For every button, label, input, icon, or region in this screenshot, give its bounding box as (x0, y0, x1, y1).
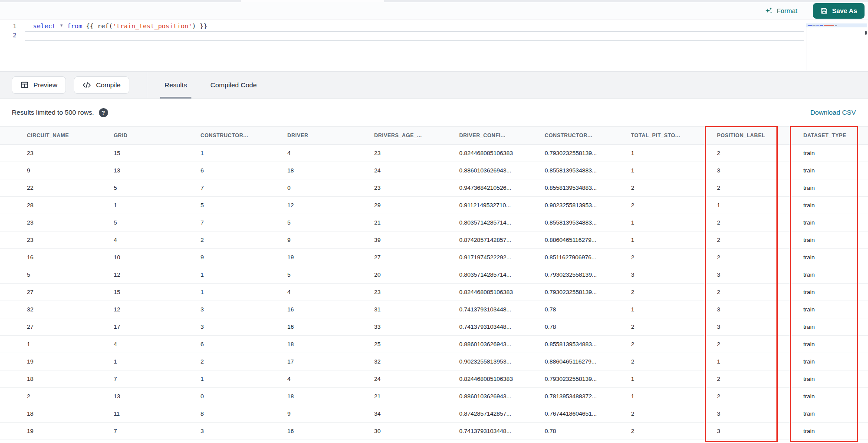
table-cell: 0.7930232558139... (545, 289, 631, 295)
table-cell: train (803, 237, 868, 243)
table-cell: 20 (374, 271, 459, 278)
table-cell: 12 (287, 202, 374, 208)
table-cell: 2 (631, 254, 717, 261)
table-cell: 0.8860465116279... (545, 237, 631, 243)
table-cell: 0.78 (545, 324, 631, 330)
sql-code-editor[interactable]: 12 select * from {{ ref('train_test_posi… (0, 20, 868, 72)
format-button[interactable]: Format (762, 6, 800, 15)
table-cell: 30 (374, 428, 459, 434)
table-row: 23429390.8742857142857...0.8860465116279… (0, 231, 868, 249)
table-cell: 17 (287, 358, 374, 365)
table-cell: 2 (201, 237, 287, 243)
table-cell: 32 (374, 358, 459, 365)
table-cell: 19 (27, 428, 114, 434)
help-icon[interactable]: ? (99, 108, 108, 117)
table-cell: 0.7413793103448... (459, 324, 545, 330)
code-token (63, 23, 67, 30)
column-header-total_pit_sto: TOTAL_PIT_STO... (631, 132, 717, 139)
table-cell: 21 (374, 393, 459, 400)
table-cell: 4 (287, 150, 374, 156)
table-cell: 12 (114, 306, 201, 313)
table-cell: 2 (717, 150, 803, 156)
table-cell: 1 (631, 393, 717, 400)
table-cell: train (803, 428, 868, 434)
format-label: Format (777, 7, 798, 14)
table-cell: 0.824468085106383 (459, 376, 545, 382)
table-cell: 0.8860465116279... (545, 358, 631, 365)
table-cell: 8 (201, 410, 287, 417)
code-token: * (59, 23, 63, 30)
table-cell: 5 (114, 219, 201, 226)
active-file-tab[interactable] (241, 0, 384, 2)
table-cell: 33 (374, 324, 459, 330)
table-cell: 31 (374, 306, 459, 313)
table-cell: 11 (114, 410, 201, 417)
table-cell: 5 (27, 271, 114, 278)
table-row: 2717316330.7413793103448...0.7823train (0, 318, 868, 336)
compile-button[interactable]: Compile (74, 76, 129, 94)
table-cell: 15 (114, 289, 201, 295)
preview-button[interactable]: Preview (12, 76, 66, 94)
minimap-highlighted-line (806, 23, 867, 27)
table-cell: train (803, 393, 868, 400)
table-cell: 23 (27, 219, 114, 226)
results-info-bar: Results limited to 500 rows. ? Download … (0, 99, 868, 126)
tab-results[interactable]: Results (160, 72, 191, 99)
table-cell: 12 (114, 271, 201, 278)
table-cell: 1 (631, 376, 717, 382)
table-cell: 0.824468085106383 (459, 289, 545, 295)
table-cell: 0.9473684210526... (459, 185, 545, 191)
table-cell: 5 (201, 202, 287, 208)
table-cell: 13 (114, 393, 201, 400)
table-cell: 0 (287, 185, 374, 191)
table-cell: 32 (27, 306, 114, 313)
code-token (56, 23, 59, 30)
table-cell: 2 (717, 376, 803, 382)
code-line-2-cursor-box[interactable] (25, 31, 804, 41)
column-header-drivers_age_: DRIVERS_AGE_... (374, 132, 459, 139)
table-cell: 23 (374, 185, 459, 191)
table-cell: 2 (631, 358, 717, 365)
table-cell: 7 (201, 219, 287, 226)
table-row: 18714240.8244680851063830.7930232558139.… (0, 370, 868, 388)
save-as-button[interactable]: Save As (813, 3, 865, 19)
table-cell: 17 (114, 324, 201, 330)
results-tabs: ResultsCompiled Code (160, 72, 261, 99)
code-minimap[interactable] (806, 23, 867, 70)
table-cell: 3 (717, 428, 803, 434)
table-cell: 9 (201, 254, 287, 261)
table-cell: 2 (631, 410, 717, 417)
table-cell: 2 (631, 289, 717, 295)
table-row: 281512290.9112149532710...0.902325581395… (0, 197, 868, 214)
table-cell: 23 (374, 150, 459, 156)
compile-label: Compile (96, 81, 121, 89)
table-cell: 3 (717, 410, 803, 417)
table-cell: 0.8035714285714... (459, 219, 545, 226)
download-csv-link[interactable]: Download CSV (810, 109, 856, 116)
table-cell: train (803, 358, 868, 365)
table-cell: 7 (201, 185, 287, 191)
table-cell: 22 (27, 185, 114, 191)
table-cell: 0.8742857142857... (459, 237, 545, 243)
minimap-scroll-thumb[interactable] (865, 31, 867, 35)
code-line-1[interactable]: select * from {{ ref('train_test_positio… (33, 22, 207, 31)
table-cell: 0.8511627906976... (545, 254, 631, 261)
sparkle-icon (765, 7, 773, 15)
table-cell: 16 (287, 306, 374, 313)
tab-compiled-code[interactable]: Compiled Code (206, 72, 261, 99)
table-cell: 3 (717, 306, 803, 313)
table-cell: 18 (27, 410, 114, 417)
table-cell: train (803, 150, 868, 156)
table-cell: 1 (631, 237, 717, 243)
table-cell: 21 (374, 219, 459, 226)
table-cell: 0 (201, 393, 287, 400)
table-cell: 2 (631, 202, 717, 208)
table-cell: 1 (27, 341, 114, 347)
table-cell: 2 (717, 185, 803, 191)
table-row: 197316300.7413793103448...0.7823train (0, 423, 868, 440)
table-cell: 27 (27, 324, 114, 330)
table-cell: 24 (374, 167, 459, 174)
table-cell: 1 (114, 358, 201, 365)
table-cell: 3 (717, 324, 803, 330)
table-cell: 23 (27, 237, 114, 243)
